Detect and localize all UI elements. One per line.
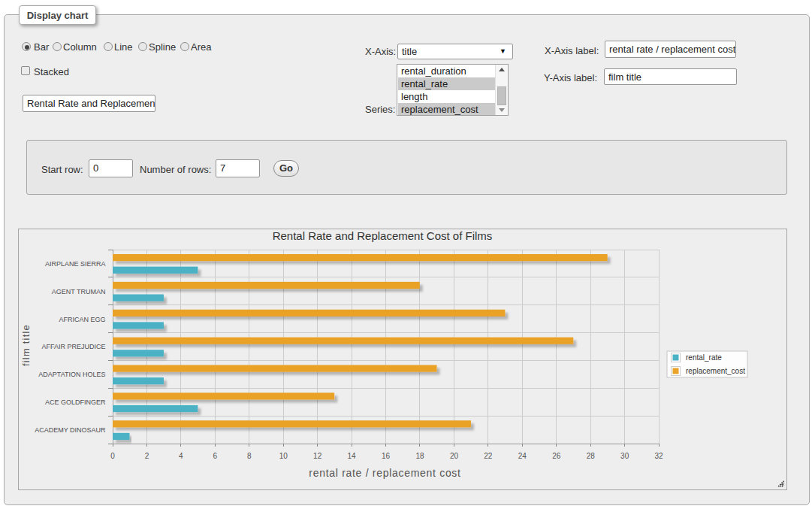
svg-text:22: 22 (484, 452, 493, 460)
svg-text:0: 0 (110, 452, 115, 460)
svg-text:18: 18 (415, 452, 424, 460)
svg-text:10: 10 (279, 452, 288, 460)
svg-text:rental rate / replacement cost: rental rate / replacement cost (309, 467, 460, 479)
svg-text:AIRPLANE SIERRA: AIRPLANE SIERRA (45, 260, 106, 268)
svg-text:rental_rate: rental_rate (686, 353, 722, 362)
svg-text:4: 4 (179, 452, 183, 460)
svg-text:8: 8 (247, 452, 252, 460)
svg-text:16: 16 (382, 452, 391, 460)
svg-text:2: 2 (145, 452, 149, 460)
svg-text:20: 20 (450, 452, 459, 460)
svg-text:24: 24 (518, 452, 527, 460)
svg-text:32: 32 (655, 452, 664, 460)
svg-text:AGENT TRUMAN: AGENT TRUMAN (52, 288, 106, 295)
svg-text:ACADEMY DINOSAUR: ACADEMY DINOSAUR (35, 426, 106, 434)
svg-text:26: 26 (552, 452, 561, 460)
svg-text:28: 28 (587, 452, 596, 460)
svg-text:12: 12 (313, 452, 322, 460)
svg-text:Rental Rate and Replacement Co: Rental Rate and Replacement Cost of Film… (273, 229, 493, 242)
svg-text:film title: film title (20, 324, 32, 366)
svg-text:6: 6 (213, 452, 218, 460)
svg-text:30: 30 (620, 452, 629, 460)
svg-text:ACE GOLDFINGER: ACE GOLDFINGER (45, 398, 106, 406)
svg-text:AFRICAN EGG: AFRICAN EGG (59, 316, 105, 323)
svg-text:ADAPTATION HOLES: ADAPTATION HOLES (38, 371, 105, 378)
svg-text:14: 14 (348, 452, 357, 460)
svg-text:AFFAIR PREJUDICE: AFFAIR PREJUDICE (41, 343, 105, 350)
svg-text:replacement_cost: replacement_cost (686, 367, 745, 375)
